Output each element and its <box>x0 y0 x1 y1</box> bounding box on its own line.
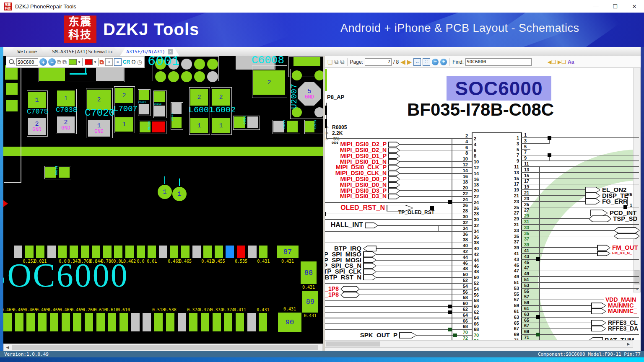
net-wire <box>521 276 639 277</box>
junction-marker <box>623 205 627 209</box>
pin-number-right-outer: 21 <box>524 190 529 195</box>
fit-page-icon[interactable]: ⛶ <box>423 58 430 66</box>
pin-number-right-outer: 13 <box>524 167 529 172</box>
tab-close-icon[interactable]: ✕ <box>168 49 173 54</box>
net-wire <box>521 166 639 167</box>
previous-page-button[interactable]: ◀ <box>400 58 405 66</box>
schematic-horizontal-scrollbar[interactable]: ▶ <box>325 340 633 348</box>
page-number-input[interactable] <box>365 58 392 66</box>
minimize-button[interactable]: — <box>586 0 605 13</box>
close-button[interactable]: ✕ <box>625 0 644 13</box>
pcb-scroll-thumb[interactable] <box>12 345 318 350</box>
copy-page-icon[interactable]: ⧉ <box>57 59 61 66</box>
copy-icon[interactable]: ⧉ <box>335 58 339 65</box>
pcb-pad: 1 <box>190 118 208 133</box>
match-case-icon[interactable]: Aa <box>568 59 574 65</box>
pin-number-right-inner: 31 <box>500 222 519 227</box>
net-flag <box>388 171 400 176</box>
pin-number-left-inner: 10 <box>474 159 479 164</box>
pcb-pad <box>237 246 245 258</box>
zoom-in-button[interactable]: + <box>440 59 447 65</box>
net-wire <box>521 271 639 272</box>
net-flag <box>363 251 377 257</box>
pin-number-right-inner: 9 <box>500 158 519 163</box>
pin-number-left-outer: 40 <box>447 243 468 248</box>
pin-number-left-inner: 16 <box>474 177 479 182</box>
brand-logo-line2: 科技 <box>64 28 96 41</box>
fit-width-icon[interactable]: ↔ <box>413 58 421 66</box>
net-wire <box>521 195 586 196</box>
net-flag <box>363 246 377 251</box>
scroll-left-button[interactable]: ◀ <box>5 345 10 350</box>
pcb-pad <box>213 313 221 331</box>
pin-number-left-outer: 72 <box>447 336 468 340</box>
next-page-button[interactable]: ▶ <box>407 58 412 66</box>
find-input[interactable] <box>465 58 532 66</box>
pin-number-right-outer: 27 <box>524 207 529 212</box>
new-page-icon[interactable]: ❏ <box>327 59 333 65</box>
pin-number-right-outer: 67 <box>524 323 529 328</box>
schematic-hscroll-thumb[interactable] <box>326 341 380 346</box>
find-next-icon[interactable]: ▶❏ <box>558 59 566 65</box>
pad-number: 2 <box>97 96 101 103</box>
pcb-search-input[interactable] <box>16 58 38 66</box>
pad-measurement: 0.411 <box>233 308 247 312</box>
scroll-down-button[interactable]: ▼ <box>634 286 640 292</box>
net-flag <box>589 215 611 222</box>
pcb-pad: 1GND <box>88 120 110 137</box>
pcb-pad <box>178 313 186 331</box>
component-label: C6009 <box>171 113 174 121</box>
window-titlebar: 东震科技 DZKJ PhoneRepair Tools — ☐ ✕ <box>0 0 644 13</box>
tab-a315f-g-n[interactable]: A315F/G/N(A31)✕ <box>120 47 179 56</box>
paste-icon[interactable]: ⧉ <box>340 58 345 65</box>
zoom-out-button[interactable]: − <box>432 59 439 65</box>
pcb-canvas[interactable]: 600112GNDC707512GNDC703821GNDC702021L700… <box>3 56 323 344</box>
pcb-pad <box>6 100 18 111</box>
pcb-pad <box>154 106 165 116</box>
window-bottom-border <box>0 357 644 362</box>
paste-page-icon[interactable]: ⧉ <box>62 59 67 66</box>
pin-number-left-outer: 62 <box>447 307 468 312</box>
tab-sm-a315f-schematic[interactable]: SM-A315F(A31)Schematic <box>45 47 120 56</box>
net-wire <box>521 155 639 156</box>
pin-number-right-inner: 57 <box>500 297 519 302</box>
scroll-right-button[interactable]: ▶ <box>626 341 631 347</box>
history-icon[interactable]: ◷ <box>137 59 142 65</box>
pin-number-right-outer: 31 <box>524 219 529 224</box>
pin-number-left-inner: 58 <box>474 298 479 303</box>
pcb-pad <box>50 313 58 331</box>
annotation-icon[interactable]: a <box>105 58 113 66</box>
pcb-pad: 87 <box>277 246 299 258</box>
zoom-out-button[interactable]: − <box>48 58 56 66</box>
link-icon[interactable]: ⧉ <box>100 59 104 66</box>
schematic-canvas[interactable]: SOC6000 BF035-I78B-C08C P8_AP R6005 2.2K… <box>325 68 641 340</box>
ohm-button[interactable]: Ω <box>131 59 135 65</box>
pin-number-left-inner: 70 <box>474 333 479 338</box>
list-icon[interactable]: ≡ <box>114 58 122 66</box>
net-wire <box>521 207 639 208</box>
pin-number-right-outer: 41 <box>524 248 529 253</box>
component-label: U2007 <box>289 84 299 109</box>
zoom-in-button[interactable]: + <box>39 58 47 66</box>
pcb-horizontal-scrollbar[interactable]: ◀ <box>3 344 323 351</box>
find-previous-icon[interactable]: ◀❏ <box>548 59 556 65</box>
app-window: 东震科技 DZKJ PhoneRepair Tools — ☐ ✕ 东震 科技 … <box>0 0 644 362</box>
pin-number-right-outer: 71 <box>524 335 529 340</box>
pin-number-right-inner: 59 <box>500 303 519 308</box>
net-wire <box>521 247 598 248</box>
pin-number-right-inner: 65 <box>500 321 519 326</box>
pin-number-left-inner: 4 <box>474 142 476 147</box>
cr-button[interactable]: CR <box>123 59 130 65</box>
highlight-color-dropdown[interactable]: ▼ <box>84 58 99 66</box>
pin-number-left-outer: 54 <box>447 284 468 289</box>
tab-welcome[interactable]: Welcome <box>8 47 46 56</box>
maximize-button[interactable]: ☐ <box>605 0 625 13</box>
fill-color-dropdown[interactable]: ▼ <box>68 58 83 66</box>
net-flag <box>340 292 360 298</box>
pad-number: 2 <box>122 92 126 99</box>
pin-number-right-inner: 17 <box>500 181 519 186</box>
net-flag <box>388 165 400 171</box>
schematic-toolbar: ❏ ⧉ ⧉ Page: / 8 ◀ ▶ ↔ ⛶ − + Find: ◀❏ ▶❏ … <box>325 56 641 68</box>
pcb-trace <box>70 73 87 75</box>
pcb-via <box>194 59 205 70</box>
